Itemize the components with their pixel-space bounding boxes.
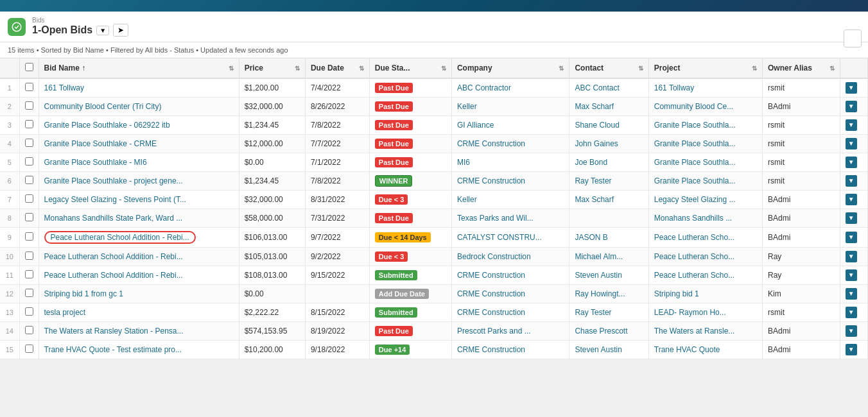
project-link[interactable]: Granite Place Southla... [654,121,736,130]
project-link[interactable]: Legacy Steel Glazing ... [654,195,736,204]
company-link[interactable]: CRME Construction [457,308,525,317]
company-link[interactable]: Prescott Parks and ... [457,327,531,336]
col-owner-alias[interactable]: Owner Alias ⇅ [763,58,840,78]
row-checkbox[interactable] [25,83,33,91]
row-dropdown-button[interactable]: ▼ [846,119,857,131]
contact-link[interactable]: Ray Tester [575,308,611,317]
row-checkbox[interactable] [25,326,33,334]
bid-name-link[interactable]: Legacy Steel Glazing - Stevens Point (T.… [44,195,186,204]
col-project[interactable]: Project ⇅ [648,58,762,78]
row-checkbox[interactable] [25,176,33,184]
bid-name-link[interactable]: Peace Lutheran School Addition - Rebi... [44,231,196,244]
project-link[interactable]: Peace Lutheran Scho... [654,233,734,242]
row-dropdown-button[interactable]: ▼ [846,344,857,355]
company-link[interactable]: CRME Construction [457,289,525,298]
company-link[interactable]: Bedrock Construction [457,252,531,261]
company-link[interactable]: CRME Construction [457,176,525,185]
row-checkbox[interactable] [25,251,33,260]
row-checkbox[interactable] [25,345,33,353]
bid-name-link[interactable]: The Waters at Ransley Station - Pensa... [44,327,184,336]
project-link[interactable]: Peace Lutheran Scho... [654,271,734,280]
contact-link[interactable]: Shane Cloud [575,121,619,130]
row-dropdown-button[interactable]: ▼ [846,212,857,224]
contact-link[interactable]: Steven Austin [575,345,621,354]
row-checkbox[interactable] [25,157,33,166]
col-bid-name[interactable]: Bid Name ↑ ⇅ [39,58,239,78]
project-link[interactable]: LEAD- Raymon Ho... [654,308,726,317]
contact-link[interactable]: Michael Alm... [575,252,623,261]
row-checkbox[interactable] [25,307,33,316]
row-dropdown-button[interactable]: ▼ [846,101,857,112]
contact-link[interactable]: Joe Bond [575,158,607,167]
title-nav-button[interactable]: ➤ [113,24,128,37]
row-dropdown-button[interactable]: ▼ [846,325,857,337]
project-link[interactable]: 161 Tollway [654,83,694,92]
bid-name-link[interactable]: Granite Place Southlake - CRME [44,139,157,148]
row-checkbox[interactable] [25,194,33,203]
row-dropdown-button[interactable]: ▼ [846,269,857,281]
col-contact[interactable]: Contact ⇅ [569,58,648,78]
contact-link[interactable]: Max Scharf [575,102,614,111]
company-link[interactable]: ABC Contractor [457,83,511,92]
project-link[interactable]: Monahans Sandhills ... [654,214,732,223]
project-link[interactable]: Granite Place Southla... [654,139,736,148]
bid-name-link[interactable]: tesla project [44,308,86,317]
row-dropdown-button[interactable]: ▼ [846,157,857,168]
company-link[interactable]: GI Alliance [457,121,494,130]
bid-name-link[interactable]: Monahans Sandhills State Park, Ward ... [44,214,183,223]
contact-link[interactable]: Steven Austin [575,271,621,280]
bid-name-link[interactable]: Trane HVAC Quote - Test estimate pro... [44,345,182,354]
col-company[interactable]: Company ⇅ [451,58,569,78]
row-checkbox[interactable] [25,213,33,221]
row-dropdown-button[interactable]: ▼ [846,82,857,94]
col-due-date[interactable]: Due Date ⇅ [305,58,369,78]
contact-link[interactable]: John Gaines [575,139,618,148]
row-dropdown-button[interactable]: ▼ [846,251,857,262]
row-dropdown-button[interactable]: ▼ [846,138,857,149]
row-checkbox[interactable] [25,139,33,147]
company-link[interactable]: Texas Parks and Wil... [457,214,534,223]
col-due-status[interactable]: Due Sta... ⇅ [369,58,451,78]
row-checkbox[interactable] [25,101,33,110]
bid-name-link[interactable]: Granite Place Southlake - MI6 [44,158,147,167]
project-link[interactable]: Granite Place Southla... [654,158,736,167]
top-right-button[interactable] [844,30,862,47]
bid-name-link[interactable]: Community Blood Center (Tri City) [44,102,162,111]
row-checkbox[interactable] [25,232,33,241]
company-link[interactable]: CRME Construction [457,139,525,148]
select-all-checkbox[interactable] [25,63,33,71]
row-checkbox[interactable] [25,289,33,297]
contact-link[interactable]: Max Scharf [575,195,614,204]
contact-link[interactable]: Ray Tester [575,176,611,185]
company-link[interactable]: MI6 [457,158,470,167]
contact-link[interactable]: JASON B [575,233,607,242]
col-price[interactable]: Price ⇅ [239,58,305,78]
contact-link[interactable]: ABC Contact [575,83,619,92]
title-dropdown-button[interactable]: ▼ [96,26,109,35]
row-checkbox[interactable] [25,270,33,278]
row-dropdown-button[interactable]: ▼ [846,232,857,243]
bid-name-link[interactable]: 161 Tollway [44,83,84,92]
row-dropdown-button[interactable]: ▼ [846,307,857,318]
project-link[interactable]: Community Blood Ce... [654,102,733,111]
company-link[interactable]: CRME Construction [457,271,525,280]
bid-name-link[interactable]: Striping bid 1 from gc 1 [44,289,123,298]
project-link[interactable]: Trane HVAC Quote [654,345,720,354]
row-checkbox[interactable] [25,120,33,128]
project-link[interactable]: Striping bid 1 [654,289,699,298]
row-dropdown-button[interactable]: ▼ [846,175,857,187]
company-link[interactable]: Keller [457,102,477,111]
company-link[interactable]: CATALYST CONSTRU... [457,233,542,242]
company-link[interactable]: CRME Construction [457,345,525,354]
bid-name-link[interactable]: Peace Lutheran School Addition - Rebi... [44,252,183,261]
contact-link[interactable]: Chase Prescott [575,327,627,336]
row-dropdown-button[interactable]: ▼ [846,194,857,205]
bid-name-link[interactable]: Granite Place Southlake - 062922 itb [44,121,170,130]
bid-name-link[interactable]: Peace Lutheran School Addition - Rebi... [44,271,183,280]
bid-name-link[interactable]: Granite Place Southlake - project gene..… [44,176,183,185]
company-link[interactable]: Keller [457,195,477,204]
project-link[interactable]: The Waters at Ransle... [654,327,735,336]
row-dropdown-button[interactable]: ▼ [846,288,857,300]
project-link[interactable]: Peace Lutheran Scho... [654,252,734,261]
contact-link[interactable]: Ray Howingt... [575,289,625,298]
